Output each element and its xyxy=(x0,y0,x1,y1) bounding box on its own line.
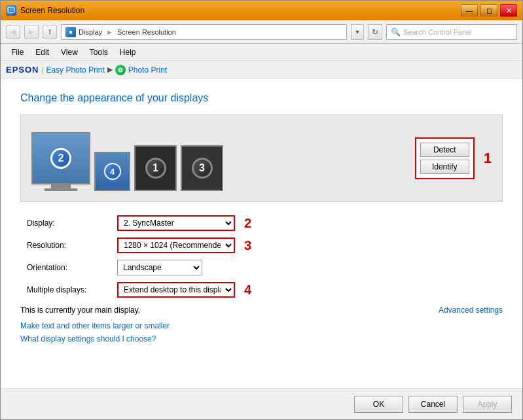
display-field-label: Display: xyxy=(27,219,112,228)
orientation-select[interactable]: Landscape xyxy=(117,260,202,275)
monitor-3[interactable]: 3 xyxy=(181,145,223,191)
multiple-displays-row: Multiple displays: Extend desktop to thi… xyxy=(27,282,503,298)
address-bar: ■ Display ► Screen Resolution xyxy=(61,24,347,40)
menu-file[interactable]: File xyxy=(6,46,29,58)
link-row-1: Make text and other items larger or smal… xyxy=(20,321,503,330)
monitor-3-wrapper: 3 xyxy=(181,145,223,191)
window-icon xyxy=(6,5,16,16)
display-row: Display: 2. SyncMaster 2 xyxy=(27,215,503,231)
close-button[interactable]: ✕ xyxy=(500,4,517,17)
epson-sep-1: | xyxy=(42,66,44,74)
multiple-displays-label: Multiple displays: xyxy=(27,285,112,294)
up-button[interactable]: ⇧ xyxy=(43,25,57,39)
screen-resolution-window: Screen Resolution — ◻ ✕ ◀ ▶ ⇧ ■ Display … xyxy=(0,0,523,420)
monitor-2[interactable]: 2 xyxy=(31,132,90,184)
annotation-1: 1 xyxy=(484,150,492,167)
menu-help[interactable]: Help xyxy=(115,46,141,58)
detect-identify-box: Detect Identify xyxy=(415,137,475,179)
monitor-1[interactable]: 1 xyxy=(134,145,177,191)
monitor-4-label: 4 xyxy=(104,163,121,180)
orientation-row: Orientation: Landscape xyxy=(27,260,503,275)
annotation-4: 4 xyxy=(244,283,251,298)
monitor-4-wrapper: 4 xyxy=(94,152,130,191)
search-bar[interactable]: 🔍 Search Control Panel xyxy=(386,24,517,40)
detect-area: Detect Identify 1 xyxy=(415,137,492,179)
menu-view[interactable]: View xyxy=(56,46,83,58)
address-separator-1: ► xyxy=(106,28,113,36)
minimize-button[interactable]: — xyxy=(461,4,478,17)
menu-edit[interactable]: Edit xyxy=(30,46,54,58)
monitor-1-wrapper: 1 xyxy=(134,145,177,191)
menu-tools[interactable]: Tools xyxy=(84,46,113,58)
window-title: Screen Resolution xyxy=(20,6,84,15)
resolution-field-label: Resolution: xyxy=(27,241,112,250)
orientation-field-label: Orientation: xyxy=(27,263,112,272)
forward-button[interactable]: ▶ xyxy=(24,25,39,39)
address-dropdown[interactable]: ▼ xyxy=(351,24,364,40)
monitor-container: 2 4 1 xyxy=(31,126,410,191)
monitor-2-wrapper: 2 xyxy=(31,132,90,191)
svg-rect-2 xyxy=(10,12,12,14)
main-display-text: This is currently your main display. xyxy=(20,306,140,315)
monitor-1-label: 1 xyxy=(145,158,166,179)
identify-button[interactable]: Identify xyxy=(420,160,469,174)
apply-button[interactable]: Apply xyxy=(463,396,512,413)
easy-photo-print-link[interactable]: Easy Photo Print xyxy=(46,65,104,75)
monitor-3-label: 3 xyxy=(192,158,213,179)
title-bar-controls: — ◻ ✕ xyxy=(461,4,517,17)
refresh-button[interactable]: ↻ xyxy=(368,24,382,40)
cancel-button[interactable]: Cancel xyxy=(408,396,458,413)
ok-button[interactable]: OK xyxy=(354,396,403,413)
photo-print-link[interactable]: Photo Print xyxy=(128,65,167,75)
restore-button[interactable]: ◻ xyxy=(480,4,497,17)
page-heading: Change the appearance of your displays xyxy=(20,92,503,104)
svg-rect-1 xyxy=(9,8,14,11)
display-preview-area: 2 4 1 xyxy=(20,114,503,202)
title-bar-left: Screen Resolution xyxy=(6,5,84,16)
monitor-4[interactable]: 4 xyxy=(94,152,130,191)
resolution-row: Resolution: 1280 × 1024 (Recommended) 3 xyxy=(27,237,503,253)
settings-area: Display: 2. SyncMaster 2 Resolution: 128… xyxy=(27,215,503,298)
advanced-settings-link[interactable]: Advanced settings xyxy=(439,306,503,315)
breadcrumb-arrow: ▶ xyxy=(107,65,113,74)
photo-icon xyxy=(115,65,126,75)
annotation-2: 2 xyxy=(244,216,251,231)
content-area: Change the appearance of your displays 2 xyxy=(1,79,522,388)
link-row-2: What display settings should I choose? xyxy=(20,334,503,343)
epson-bar: EPSON | Easy Photo Print ▶ Photo Print xyxy=(1,61,522,79)
annotation-3: 3 xyxy=(244,238,251,253)
address-display: Display xyxy=(79,28,102,36)
search-placeholder: Search Control Panel xyxy=(403,28,472,36)
address-bar-icon: ■ xyxy=(65,27,76,37)
main-panel: Change the appearance of your displays 2 xyxy=(1,79,522,388)
epson-logo: EPSON xyxy=(6,65,39,75)
title-bar: Screen Resolution — ◻ ✕ xyxy=(1,1,522,20)
bottom-button-bar: OK Cancel Apply xyxy=(1,388,522,419)
svg-point-5 xyxy=(119,69,121,71)
detect-button[interactable]: Detect xyxy=(420,143,469,157)
address-current: Screen Resolution xyxy=(117,28,176,36)
menu-bar: File Edit View Tools Help xyxy=(1,44,522,61)
info-row: This is currently your main display. Adv… xyxy=(20,306,503,315)
multiple-displays-select[interactable]: Extend desktop to this display xyxy=(117,282,235,298)
address-toolbar: ◀ ▶ ⇧ ■ Display ► Screen Resolution ▼ ↻ … xyxy=(1,20,522,44)
display-select[interactable]: 2. SyncMaster xyxy=(117,215,235,231)
resolution-select[interactable]: 1280 × 1024 (Recommended) xyxy=(117,237,235,253)
search-icon: 🔍 xyxy=(391,27,401,37)
monitor-2-label: 2 xyxy=(50,148,71,169)
text-size-link[interactable]: Make text and other items larger or smal… xyxy=(20,321,170,330)
back-button[interactable]: ◀ xyxy=(6,25,20,39)
display-settings-link[interactable]: What display settings should I choose? xyxy=(20,334,156,343)
monitor-2-base xyxy=(45,188,77,191)
